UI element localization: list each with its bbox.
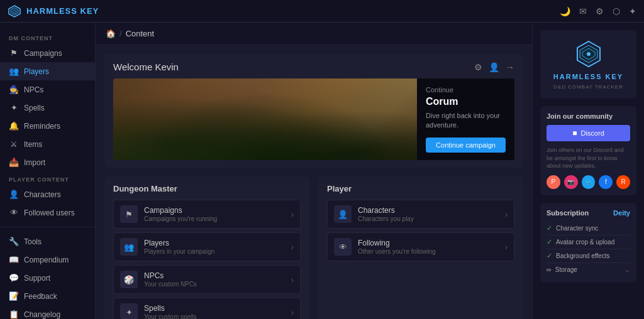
svg-point-6 [587,52,591,56]
dm-campaigns-item[interactable]: ⚑ Campaigns Campaigns you're running › [113,200,301,229]
campaign-name: Corum [426,96,506,107]
banner-continue: Continue Corum Dive right back into your… [417,78,514,160]
feature-label: Background effects [556,252,630,259]
topbar-icons: 🌙 ✉ ⚙ ⬡ ✦ [560,6,636,16]
sidebar-item-compendium[interactable]: 📖 Compendium [0,251,95,269]
welcome-actions: ⚙ 👤 → [474,62,514,72]
dm-players-title: Players [144,239,285,247]
dm-players-sub: Players in your campaign [144,248,285,255]
sidebar-item-followed-users[interactable]: 👁 Followed users [0,203,95,222]
check-icon: ✓ [547,238,552,246]
dm-campaigns-icon: ⚑ [120,205,138,223]
sidebar-item-characters[interactable]: 👤 Characters [0,185,95,203]
app-name: HARMLESS KEY [26,6,99,16]
subscription-title: Subscription [547,209,589,217]
discord-icon: ■ [572,129,577,138]
infinity-icon: ∞ [547,266,552,273]
sidebar-item-label: Campaigns [24,49,62,58]
dm-spells-title: Spells [144,304,285,313]
spells-icon: ✦ [9,103,19,112]
player-section-label: PLAYER CONTENT [0,171,95,185]
feature-label: Avatar crop & upload [556,239,630,246]
sidebar-item-items[interactable]: ⚔ Items [0,135,95,153]
dm-players-icon: 👥 [120,238,138,256]
sidebar-item-npcs[interactable]: 🧙 NPCs [0,80,95,99]
sidebar-item-label: Compendium [24,256,69,264]
community-card: Join our community ■ Discord Join others… [540,106,636,195]
welcome-card: Welcome Kevin ⚙ 👤 → Continue Corum [104,54,523,168]
dungeon-master-card: Dungeon Master ⚑ Campaigns Campaigns you… [104,176,309,319]
reddit-button[interactable]: R [616,175,630,189]
dm-title: Dungeon Master [113,184,301,193]
sidebar-item-feedback[interactable]: 📝 Feedback [0,287,95,305]
sidebar-item-label: Changelog [24,310,60,319]
npcs-icon: 🧙 [9,85,19,94]
dm-spells-icon: ✦ [120,303,138,319]
settings-icon[interactable]: ⚙ [596,6,604,16]
sidebar-item-import[interactable]: 📥 Import [0,153,95,171]
changelog-icon: 📋 [9,310,19,319]
sidebar-item-label: Spells [24,104,45,112]
brand-card: HARMLESS KEY D&D COMBAT TRACKER [540,30,636,99]
sub-feature-background: ✓ Background effects [547,249,630,263]
app-logo: ⬡ HARMLESS KEY [8,4,99,18]
check-icon: ✓ [547,252,552,260]
dm-spells-text: Spells Your custom spells [144,304,285,319]
breadcrumb-separator: / [119,29,122,38]
dm-npcs-icon: 🎲 [120,271,138,288]
sidebar-item-campaigns[interactable]: ⚑ Campaigns [0,44,95,62]
user-btn[interactable]: 👤 [489,62,499,72]
twitter-button[interactable]: 🐦 [582,175,596,189]
arrow-icon: › [505,210,508,219]
campaign-desc: Dive right back into your adventure. [426,111,506,131]
arrow-icon: › [291,308,294,317]
dm-spells-item[interactable]: ✦ Spells Your custom spells › [113,298,301,319]
sidebar-item-tools[interactable]: 🔧 Tools [0,232,95,251]
welcome-header: Welcome Kevin ⚙ 👤 → [113,62,514,72]
feedback-icon: 📝 [9,291,19,301]
home-icon[interactable]: 🏠 [106,29,116,38]
settings-btn[interactable]: ⚙ [474,62,482,72]
patreon-button[interactable]: P [547,175,560,189]
image-gradient [113,78,417,160]
sidebar-item-label: Support [24,274,50,283]
svg-text:⬡: ⬡ [13,9,16,14]
player-card: Player 👤 Characters Characters you play … [318,176,523,319]
facebook-button[interactable]: f [599,175,613,189]
breadcrumb: 🏠 / Content [96,23,532,45]
player-following-item[interactable]: 👁 Following Other users you're following… [327,232,514,261]
reminders-icon: 🔔 [9,121,19,131]
sidebar-item-label: Reminders [24,122,60,131]
sidebar-item-support[interactable]: 💬 Support [0,269,95,287]
main-layout: DM CONTENT ⚑ Campaigns 👥 Players 🧙 NPCs … [0,23,644,319]
player-characters-item[interactable]: 👤 Characters Characters you play › [327,200,514,229]
chevron-down-icon: ⌄ [625,266,630,274]
sub-feature-storage[interactable]: ∞ Storage ⌄ [547,263,630,276]
sub-feature-avatar: ✓ Avatar crop & upload [547,235,630,249]
sidebar-item-label: NPCs [24,85,43,94]
logout-btn[interactable]: → [506,62,514,72]
moon-icon[interactable]: 🌙 [560,6,570,16]
dm-players-item[interactable]: 👥 Players Players in your campaign › [113,232,301,261]
welcome-title: Welcome Kevin [113,62,179,72]
dm-npcs-item[interactable]: 🎲 NPCs Your custom NPCs › [113,265,301,294]
star-icon[interactable]: ✦ [629,6,636,16]
discord-button[interactable]: ■ Discord [547,125,630,141]
arrow-icon: › [505,242,508,252]
player-characters-icon: 👤 [334,205,352,223]
sidebar-item-players[interactable]: 👥 Players [0,62,95,80]
sidebar-item-changelog[interactable]: 📋 Changelog [0,305,95,319]
continue-campaign-button[interactable]: Continue campaign [426,138,506,153]
dice-icon[interactable]: ⬡ [613,6,620,16]
instagram-button[interactable]: 📷 [564,175,578,189]
welcome-banner: Continue Corum Dive right back into your… [113,78,514,160]
sidebar-item-label: Players [24,67,49,76]
sidebar-item-reminders[interactable]: 🔔 Reminders [0,117,95,135]
topbar: ⬡ HARMLESS KEY 🌙 ✉ ⚙ ⬡ ✦ [0,0,644,23]
sidebar-item-spells[interactable]: ✦ Spells [0,99,95,117]
mail-icon[interactable]: ✉ [579,6,587,16]
sidebar: DM CONTENT ⚑ Campaigns 👥 Players 🧙 NPCs … [0,23,96,319]
feature-label: Storage [555,266,621,273]
player-following-text: Following Other users you're following [358,239,499,255]
community-title: Join our community [547,112,630,120]
